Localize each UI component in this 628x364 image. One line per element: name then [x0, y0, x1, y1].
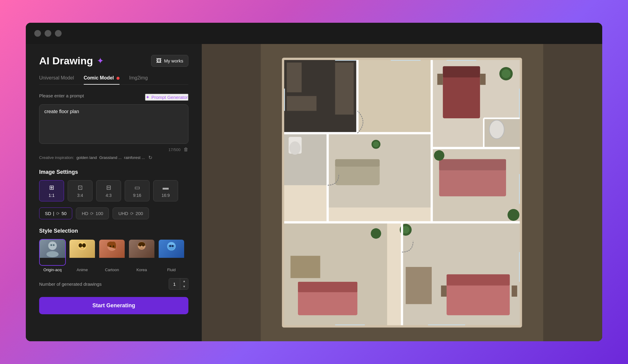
- image-settings-title: Image Settings: [39, 169, 188, 175]
- style-thumb-anime: [69, 239, 96, 266]
- quality-label-uhd: UHD: [118, 211, 128, 216]
- char-count: 17/500: [168, 147, 181, 152]
- right-panel: [202, 44, 602, 341]
- style-card-korea[interactable]: Korea: [128, 239, 155, 272]
- svg-point-31: [489, 120, 504, 139]
- titlebar: [26, 23, 602, 44]
- svg-point-3: [53, 244, 55, 246]
- close-button[interactable]: [34, 30, 41, 37]
- style-label-korea: Korea: [137, 268, 147, 272]
- aspect-btn-9-16[interactable]: ▭ 9:16: [125, 180, 150, 201]
- app-header: AI Drawing ✦ 🖼 My works: [39, 55, 188, 67]
- svg-point-5: [79, 243, 82, 248]
- aspect-icon-3-4: ⊡: [78, 184, 83, 191]
- svg-point-14: [169, 245, 171, 247]
- aspect-label-3-4: 3:4: [77, 193, 83, 198]
- svg-point-39: [373, 141, 379, 147]
- svg-rect-25: [443, 66, 480, 78]
- svg-point-8: [110, 245, 111, 247]
- style-label-fluid: Fluid: [167, 268, 176, 272]
- tab-comic-model[interactable]: Comic Model: [84, 75, 120, 84]
- svg-rect-22: [357, 59, 432, 133]
- svg-point-49: [371, 228, 381, 239]
- svg-point-9: [113, 245, 114, 247]
- style-card-fluid[interactable]: Fluid: [158, 239, 185, 272]
- refresh-icon[interactable]: ↻: [148, 155, 152, 160]
- aspect-btn-16-9[interactable]: ▬ 16:9: [153, 180, 178, 201]
- tab-universal-label: Universal Model: [39, 75, 74, 80]
- my-works-button[interactable]: 🖼 My works: [151, 55, 188, 67]
- style-thumb-cartoon: [99, 239, 125, 266]
- style-label-anime: Anime: [77, 268, 88, 272]
- style-card-anime[interactable]: Anime: [69, 239, 96, 272]
- quality-label-hd: HD: [82, 211, 88, 216]
- style-card-origin[interactable]: Origin-acq: [39, 239, 66, 272]
- aspect-btn-1-1[interactable]: ⊞ 1:1: [39, 180, 64, 201]
- copy-icon[interactable]: 🗑: [184, 147, 188, 152]
- count-arrows: ▲ ▼: [180, 278, 188, 289]
- aspect-label-9-16: 9:16: [133, 193, 141, 198]
- origin-svg: [43, 240, 62, 258]
- inspiration-tag-1[interactable]: golden land: [76, 155, 97, 160]
- tab-img2img-label: Img2img: [129, 75, 148, 80]
- aspect-icon-4-3: ⊟: [106, 184, 111, 191]
- inspiration-row: Creative inspiration: golden land Grassl…: [39, 155, 188, 160]
- aspect-icon-9-16: ▭: [134, 184, 140, 191]
- count-value: 1: [169, 280, 180, 288]
- svg-point-0: [48, 241, 57, 250]
- prompt-input[interactable]: create floor plan: [39, 104, 188, 144]
- count-row: Number of generated drawings 1 ▲ ▼: [39, 278, 188, 290]
- svg-point-12: [143, 245, 144, 247]
- quality-value-uhd: 200: [136, 211, 143, 216]
- korea-svg: [133, 240, 151, 258]
- svg-rect-42: [439, 159, 506, 170]
- quality-row: SD | ⟳ 50 HD ⟳ 100 UHD ⟳ 200: [39, 207, 188, 219]
- aspect-btn-3-4[interactable]: ⊡ 3:4: [68, 180, 93, 201]
- svg-rect-21: [335, 62, 354, 115]
- count-label: Number of generated drawings: [39, 281, 102, 287]
- prompt-generator-label: Prompt Generator: [151, 95, 188, 100]
- svg-point-15: [172, 245, 174, 247]
- svg-point-29: [501, 69, 510, 78]
- quality-btn-sd[interactable]: SD | ⟳ 50: [39, 207, 72, 219]
- my-works-label: My works: [164, 58, 183, 63]
- generate-button[interactable]: Start Generating: [39, 297, 188, 314]
- inspiration-tag-3[interactable]: rainforest ...: [124, 155, 145, 160]
- count-spinner[interactable]: 1 ▲ ▼: [169, 278, 188, 290]
- count-up-arrow[interactable]: ▲: [180, 278, 188, 284]
- app-title-group: AI Drawing ✦: [39, 55, 104, 67]
- aspect-label-1-1: 1:1: [49, 193, 54, 198]
- svg-point-11: [140, 245, 141, 247]
- count-down-arrow[interactable]: ▼: [180, 284, 188, 289]
- quality-btn-hd[interactable]: HD ⟳ 100: [76, 207, 109, 219]
- aspect-btn-4-3[interactable]: ⊟ 4:3: [96, 180, 121, 201]
- prompt-footer: 17/500 🗑: [39, 147, 188, 152]
- prompt-header: Please enter a prompt ✦ Prompt Generator: [39, 93, 188, 101]
- style-thumb-origin: [39, 239, 66, 266]
- tab-universal-model[interactable]: Universal Model: [39, 75, 74, 84]
- maximize-button[interactable]: [55, 30, 62, 37]
- spin-icon-hd: ⟳: [90, 211, 94, 216]
- quality-btn-uhd[interactable]: UHD ⟳ 200: [113, 207, 149, 219]
- svg-point-43: [434, 150, 444, 160]
- svg-rect-47: [298, 282, 357, 292]
- style-thumb-fluid: [158, 239, 185, 266]
- minimize-button[interactable]: [45, 30, 51, 37]
- svg-rect-53: [406, 267, 432, 304]
- quality-label-sd: SD: [45, 211, 51, 216]
- inspiration-tag-2[interactable]: Grassland ...: [99, 155, 122, 160]
- spin-icon-uhd: ⟳: [130, 211, 134, 216]
- style-label-origin: Origin-acq: [43, 268, 62, 272]
- svg-point-57: [402, 226, 410, 234]
- tab-img2img[interactable]: Img2img: [129, 75, 148, 84]
- style-card-cartoon[interactable]: Cartoon: [99, 239, 125, 272]
- traffic-lights: [34, 30, 62, 37]
- svg-point-34: [289, 141, 301, 155]
- svg-rect-37: [335, 159, 380, 167]
- aspect-ratio-grid: ⊞ 1:1 ⊡ 3:4 ⊟ 4:3 ▭ 9:16 ▬ 16:9: [39, 180, 188, 201]
- anime-svg: [73, 240, 91, 258]
- svg-rect-54: [441, 285, 447, 297]
- prompt-generator-button[interactable]: ✦ Prompt Generator: [145, 94, 188, 101]
- my-works-icon: 🖼: [156, 58, 162, 64]
- app-title: AI Drawing: [39, 55, 93, 67]
